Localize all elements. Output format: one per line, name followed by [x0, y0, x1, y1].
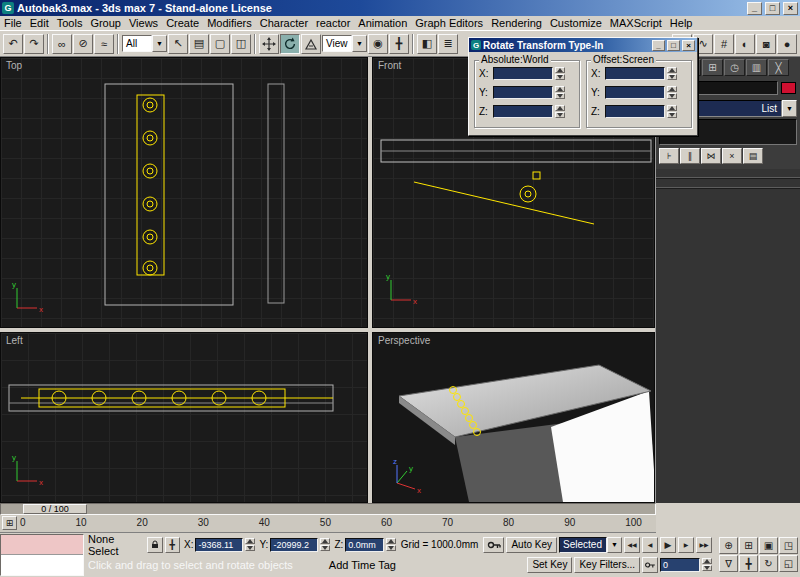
select-and-manipulate-icon[interactable]: ╋ — [389, 34, 409, 54]
align-icon[interactable]: ≣ — [438, 34, 458, 54]
undo-icon[interactable]: ↶ — [3, 34, 23, 54]
maxscript-mini-listener[interactable] — [0, 534, 84, 576]
remove-modifier-icon[interactable]: × — [722, 148, 742, 164]
zoom-extents-icon[interactable]: ▣ — [759, 537, 778, 554]
selection-lock-button[interactable] — [147, 537, 162, 553]
menu-item-animation[interactable]: Animation — [354, 17, 411, 29]
x-coordinate-field[interactable]: -9368.11 — [195, 538, 243, 552]
menu-item-edit[interactable]: Edit — [26, 17, 53, 29]
close-button[interactable]: × — [783, 2, 798, 15]
chevron-down-icon[interactable]: ▼ — [152, 35, 167, 52]
zoom-extents-all-icon[interactable]: ◳ — [779, 537, 798, 554]
add-time-tag[interactable]: Add Time Tag — [329, 559, 396, 571]
menu-item-rendering[interactable]: Rendering — [487, 17, 546, 29]
redo-icon[interactable]: ↷ — [24, 34, 44, 54]
select-and-move-button[interactable] — [259, 34, 279, 54]
zoom-all-icon[interactable]: ⊞ — [739, 537, 758, 554]
listener-macro-line[interactable] — [1, 535, 83, 555]
spinner-down-icon[interactable] — [386, 545, 396, 551]
use-center-icon[interactable]: ◉ — [368, 34, 388, 54]
bind-to-spacewarp-icon[interactable]: ≈ — [94, 34, 114, 54]
listener-script-line[interactable] — [1, 555, 83, 575]
key-filters-button[interactable]: Key Filters... — [574, 557, 640, 573]
offset-y-field[interactable] — [605, 86, 665, 99]
spinner-up-icon[interactable] — [555, 105, 565, 111]
schematic-view-icon[interactable]: # — [714, 34, 734, 54]
hierarchy-tab-icon[interactable]: ⊞ — [702, 59, 723, 76]
menu-item-tools[interactable]: Tools — [53, 17, 87, 29]
key-mode-toggle-button[interactable] — [642, 557, 658, 573]
absolute-z-field[interactable] — [493, 105, 553, 118]
spinner-down-icon[interactable] — [245, 545, 255, 551]
select-object-icon[interactable]: ↖ — [168, 34, 188, 54]
spinner-down-icon[interactable] — [555, 93, 565, 99]
z-coordinate-field[interactable]: 0.0mm — [345, 538, 383, 552]
configure-modifier-sets-icon[interactable]: ▤ — [743, 148, 763, 164]
spinner-down-icon[interactable] — [667, 112, 677, 118]
spinner-up-icon[interactable] — [667, 86, 677, 92]
dialog-maximize-button[interactable]: □ — [667, 40, 680, 51]
spinner-up-icon[interactable] — [555, 67, 565, 73]
menu-item-maxscript[interactable]: MAXScript — [606, 17, 666, 29]
minimize-button[interactable]: _ — [747, 2, 762, 15]
dialog-title-bar[interactable]: G Rotate Transform Type-In _ □ × — [469, 38, 697, 52]
menu-item-modifiers[interactable]: Modifiers — [203, 17, 256, 29]
go-to-end-button[interactable]: ▶▶ — [696, 537, 712, 553]
auto-key-button[interactable]: Auto Key — [506, 537, 557, 553]
play-button[interactable]: ▶ — [660, 537, 676, 553]
select-and-link-icon[interactable]: ∞ — [52, 34, 72, 54]
select-and-scale-button[interactable] — [301, 34, 321, 54]
menu-item-create[interactable]: Create — [162, 17, 203, 29]
offset-z-field[interactable] — [605, 105, 665, 118]
spinner-up-icon[interactable] — [320, 538, 330, 544]
spinner-down-icon[interactable] — [702, 565, 712, 571]
chevron-down-icon[interactable]: ▼ — [782, 100, 797, 117]
menu-item-graph-editors[interactable]: Graph Editors — [411, 17, 487, 29]
menu-item-file[interactable]: File — [0, 17, 26, 29]
spinner-down-icon[interactable] — [320, 545, 330, 551]
spinner-down-icon[interactable] — [667, 93, 677, 99]
spinner-up-icon[interactable] — [386, 538, 396, 544]
time-slider-track[interactable]: 0 / 100 — [0, 503, 656, 515]
track-bar[interactable]: ⊞ 0 10 20 30 40 50 60 70 80 90 100 — [0, 515, 656, 533]
dialog-minimize-button[interactable]: _ — [652, 40, 665, 51]
current-frame-field[interactable]: 0 — [660, 558, 700, 572]
spinner-down-icon[interactable] — [555, 74, 565, 80]
previous-frame-button[interactable]: ◀ — [642, 537, 658, 553]
set-keys-button[interactable] — [483, 537, 504, 553]
spinner-down-icon[interactable] — [555, 112, 565, 118]
spinner-up-icon[interactable] — [555, 86, 565, 92]
unlink-selection-icon[interactable]: ⊘ — [73, 34, 93, 54]
pan-icon[interactable]: ╋ — [739, 555, 758, 572]
rectangular-region-icon[interactable]: ▢ — [210, 34, 230, 54]
time-slider-thumb[interactable]: 0 / 100 — [23, 504, 87, 514]
reference-coordinate-dropdown[interactable]: View ▼ — [322, 35, 367, 52]
spinner-up-icon[interactable] — [245, 538, 255, 544]
quick-render-icon[interactable]: ● — [777, 34, 797, 54]
dialog-close-button[interactable]: × — [682, 40, 695, 51]
absolute-y-field[interactable] — [493, 86, 553, 99]
key-mode-dropdown[interactable]: Selected ▼ — [559, 537, 622, 553]
viewport-top[interactable]: Top x y — [0, 57, 368, 328]
display-tab-icon[interactable]: ▥ — [746, 59, 767, 76]
mini-curve-editor-icon[interactable]: ⊞ — [2, 516, 17, 530]
transform-typein-toggle-button[interactable]: ╋ — [165, 537, 180, 553]
viewport-left[interactable]: Left x y — [0, 332, 368, 503]
next-frame-button[interactable]: ▶ — [678, 537, 694, 553]
maximize-button[interactable]: □ — [765, 2, 780, 15]
min-max-toggle-icon[interactable]: ◱ — [779, 555, 798, 572]
menu-item-character[interactable]: Character — [256, 17, 312, 29]
absolute-x-field[interactable] — [493, 67, 553, 80]
spinner-up-icon[interactable] — [667, 67, 677, 73]
spinner-up-icon[interactable] — [667, 105, 677, 111]
field-of-view-icon[interactable]: ∇ — [719, 555, 738, 572]
chevron-down-icon[interactable]: ▼ — [607, 537, 622, 553]
select-by-name-icon[interactable]: ▤ — [189, 34, 209, 54]
menu-item-views[interactable]: Views — [125, 17, 162, 29]
offset-x-field[interactable] — [605, 67, 665, 80]
go-to-start-button[interactable]: ◀◀ — [624, 537, 640, 553]
viewport-perspective[interactable]: Perspective x — [372, 332, 655, 503]
object-color-swatch[interactable] — [781, 82, 796, 94]
mirror-icon[interactable]: ◧ — [417, 34, 437, 54]
render-scene-icon[interactable]: ◙ — [756, 34, 776, 54]
